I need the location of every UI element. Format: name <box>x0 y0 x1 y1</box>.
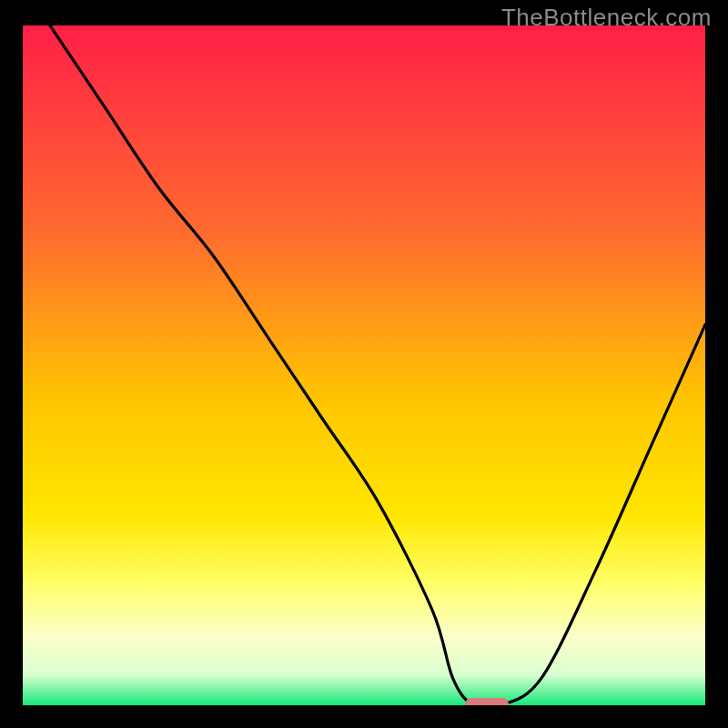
gradient-background <box>23 25 705 705</box>
chart-frame: TheBottleneck.com <box>0 0 728 728</box>
plot-area <box>23 25 705 705</box>
bottleneck-chart <box>23 25 705 705</box>
optimum-marker <box>465 698 509 705</box>
